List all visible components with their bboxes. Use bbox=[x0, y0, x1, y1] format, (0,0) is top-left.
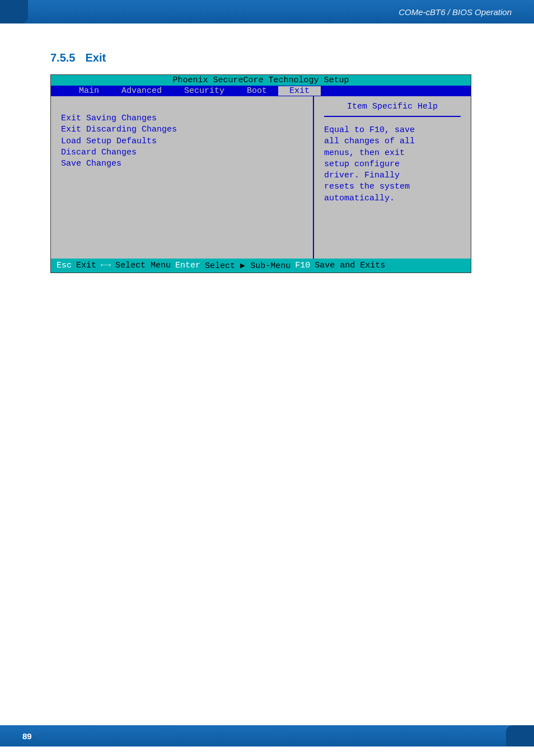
bios-menu-save-changes[interactable]: Save Changes bbox=[61, 158, 303, 170]
bios-key-f10: F10 bbox=[295, 261, 310, 270]
bios-tab-advanced[interactable]: Advanced bbox=[110, 86, 173, 96]
bios-help-title: Item Specific Help bbox=[324, 102, 461, 117]
page-header: COMe-cBT6 / BIOS Operation bbox=[0, 0, 534, 24]
bios-label-save: Save and Exits bbox=[315, 261, 385, 270]
section-heading: 7.5.5Exit bbox=[50, 51, 500, 64]
bios-label-selectmenu: Select Menu bbox=[115, 261, 171, 270]
bios-tab-exit[interactable]: Exit bbox=[278, 86, 321, 96]
bios-title: Phoenix SecureCore Technology Setup bbox=[51, 75, 471, 86]
bios-tab-security[interactable]: Security bbox=[173, 86, 236, 96]
bios-menu-exit-discarding[interactable]: Exit Discarding Changes bbox=[61, 124, 303, 135]
bios-help-panel: Item Specific Help Equal to F10, save al… bbox=[314, 96, 471, 259]
bios-key-arrows: ←→ bbox=[101, 261, 111, 270]
bios-key-esc: Esc bbox=[57, 261, 72, 270]
breadcrumb: COMe-cBT6 / BIOS Operation bbox=[399, 7, 512, 17]
page-number: 89 bbox=[22, 731, 32, 741]
bios-label-exit: Exit bbox=[76, 261, 96, 270]
bios-tab-boot[interactable]: Boot bbox=[236, 86, 278, 96]
bios-help-text: Equal to F10, save all changes of all me… bbox=[324, 125, 461, 204]
header-corner-left bbox=[0, 0, 28, 24]
section-number: 7.5.5 bbox=[50, 51, 75, 64]
footer-corner-right bbox=[506, 725, 534, 746]
bios-main-panel: Exit Saving Changes Exit Discarding Chan… bbox=[51, 96, 314, 259]
bios-screenshot: Phoenix SecureCore Technology Setup Main… bbox=[50, 74, 471, 273]
bios-tabs: Main Advanced Security Boot Exit bbox=[51, 86, 471, 96]
bios-menu-exit-saving[interactable]: Exit Saving Changes bbox=[61, 113, 303, 124]
bios-menu-load-defaults[interactable]: Load Setup Defaults bbox=[61, 136, 303, 147]
footer-bar: 89 bbox=[0, 725, 534, 746]
section-title: Exit bbox=[85, 51, 106, 64]
bios-menu-discard-changes[interactable]: Discard Changes bbox=[61, 147, 303, 158]
bios-body: Exit Saving Changes Exit Discarding Chan… bbox=[51, 96, 471, 259]
bios-key-enter: Enter bbox=[175, 261, 200, 270]
page-footer: 89 bbox=[0, 725, 534, 756]
bios-tab-main[interactable]: Main bbox=[68, 86, 110, 96]
bios-footer: Esc Exit ←→ Select Menu Enter Select ▶ S… bbox=[51, 259, 471, 273]
bios-label-submenu: Select ▶ Sub-Menu bbox=[205, 260, 291, 271]
content-area: 7.5.5Exit Phoenix SecureCore Technology … bbox=[0, 24, 534, 290]
